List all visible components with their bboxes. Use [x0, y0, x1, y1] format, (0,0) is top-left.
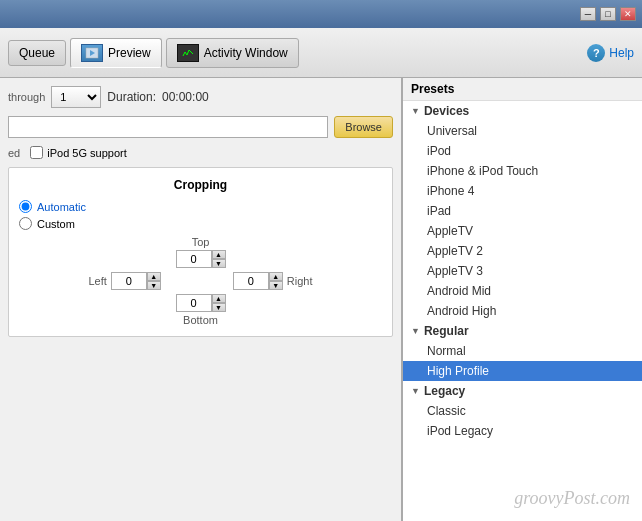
duration-value: 00:00:00	[162, 90, 209, 104]
section-regular-label: Regular	[424, 324, 469, 338]
ipod-support-label: iPod 5G support	[47, 147, 127, 159]
right-up-arrow[interactable]: ▲	[269, 272, 283, 281]
bottom-input[interactable]	[176, 294, 212, 312]
main-layout: through 1 Duration: 00:00:00 Browse ed i…	[0, 78, 642, 521]
custom-radio-row: Custom	[19, 217, 382, 230]
preview-icon	[81, 44, 103, 62]
maximize-button[interactable]: □	[600, 7, 616, 21]
preset-normal[interactable]: Normal	[403, 341, 642, 361]
bottom-arrows: ▲ ▼	[212, 294, 226, 312]
left-up-arrow[interactable]: ▲	[147, 272, 161, 281]
preset-appletv2[interactable]: AppleTV 2	[403, 241, 642, 261]
section-devices[interactable]: ▼ Devices	[403, 101, 642, 121]
right-down-arrow[interactable]: ▼	[269, 281, 283, 290]
top-input[interactable]	[176, 250, 212, 268]
cropping-title: Cropping	[19, 178, 382, 192]
top-row: Top ▲ ▼	[176, 236, 226, 268]
file-input[interactable]	[8, 116, 328, 138]
left-input[interactable]	[111, 272, 147, 290]
section-legacy-label: Legacy	[424, 384, 465, 398]
preset-ipod[interactable]: iPod	[403, 141, 642, 161]
through-label: through	[8, 91, 45, 103]
left-panel: through 1 Duration: 00:00:00 Browse ed i…	[0, 78, 402, 521]
bottom-down-arrow[interactable]: ▼	[212, 303, 226, 312]
automatic-radio[interactable]	[19, 200, 32, 213]
right-arrows: ▲ ▼	[269, 272, 283, 290]
automatic-radio-row: Automatic	[19, 200, 382, 213]
tab-activity-label: Activity Window	[204, 46, 288, 60]
preset-iphone4[interactable]: iPhone 4	[403, 181, 642, 201]
preset-appletv3[interactable]: AppleTV 3	[403, 261, 642, 281]
bottom-row: ▲ ▼ Bottom	[176, 294, 226, 326]
left-down-arrow[interactable]: ▼	[147, 281, 161, 290]
top-down-arrow[interactable]: ▼	[212, 259, 226, 268]
preset-high-profile[interactable]: High Profile	[403, 361, 642, 381]
preset-android-mid[interactable]: Android Mid	[403, 281, 642, 301]
preset-ipod-legacy[interactable]: iPod Legacy	[403, 421, 642, 441]
top-arrows: ▲ ▼	[212, 250, 226, 268]
left-label: Left	[88, 275, 106, 287]
file-row: Browse	[8, 116, 393, 138]
preset-appletv[interactable]: AppleTV	[403, 221, 642, 241]
section-devices-label: Devices	[424, 104, 469, 118]
preset-iphone-ipod-touch[interactable]: iPhone & iPod Touch	[403, 161, 642, 181]
tab-queue-label: Queue	[19, 46, 55, 60]
custom-label: Custom	[37, 218, 75, 230]
section-regular[interactable]: ▼ Regular	[403, 321, 642, 341]
duration-label: Duration:	[107, 90, 156, 104]
section-legacy[interactable]: ▼ Legacy	[403, 381, 642, 401]
browse-button[interactable]: Browse	[334, 116, 393, 138]
ipod-support-option[interactable]: iPod 5G support	[30, 146, 127, 159]
preset-universal[interactable]: Universal	[403, 121, 642, 141]
crop-layout: Top ▲ ▼ Left	[19, 236, 382, 326]
top-spinbox: ▲ ▼	[176, 250, 226, 268]
right-spinbox: ▲ ▼	[233, 272, 283, 290]
preset-android-high[interactable]: Android High	[403, 301, 642, 321]
close-button[interactable]: ✕	[620, 7, 636, 21]
preset-ipad[interactable]: iPad	[403, 201, 642, 221]
cropping-box: Cropping Automatic Custom Top	[8, 167, 393, 337]
legacy-collapse-icon: ▼	[411, 386, 420, 396]
right-input[interactable]	[233, 272, 269, 290]
middle-row: Left ▲ ▼	[88, 272, 312, 290]
tab-preview-label: Preview	[108, 46, 151, 60]
title-bar: ─ □ ✕	[0, 0, 642, 28]
activity-icon	[177, 44, 199, 62]
minimize-button[interactable]: ─	[580, 7, 596, 21]
presets-header: Presets	[403, 78, 642, 101]
tab-queue[interactable]: Queue	[8, 40, 66, 66]
left-arrows: ▲ ▼	[147, 272, 161, 290]
presets-panel: Presets ▼ Devices Universal iPod iPhone …	[402, 78, 642, 521]
preset-classic[interactable]: Classic	[403, 401, 642, 421]
help-button[interactable]: ? Help	[587, 44, 634, 62]
tab-preview[interactable]: Preview	[70, 38, 162, 68]
help-icon: ?	[587, 44, 605, 62]
devices-collapse-icon: ▼	[411, 106, 420, 116]
controls-row: through 1 Duration: 00:00:00	[8, 86, 393, 108]
bottom-spinbox: ▲ ▼	[176, 294, 226, 312]
help-label: Help	[609, 46, 634, 60]
optimized-text: ed	[8, 147, 20, 159]
custom-radio[interactable]	[19, 217, 32, 230]
options-row: ed iPod 5G support	[8, 146, 393, 159]
through-select[interactable]: 1	[51, 86, 101, 108]
ipod-support-checkbox[interactable]	[30, 146, 43, 159]
right-label: Right	[287, 275, 313, 287]
window-controls[interactable]: ─ □ ✕	[580, 7, 636, 21]
presets-list: ▼ Devices Universal iPod iPhone & iPod T…	[403, 101, 642, 441]
top-label: Top	[192, 236, 210, 248]
automatic-label: Automatic	[37, 201, 86, 213]
tab-activity[interactable]: Activity Window	[166, 38, 299, 68]
regular-collapse-icon: ▼	[411, 326, 420, 336]
left-spinbox: ▲ ▼	[111, 272, 161, 290]
top-up-arrow[interactable]: ▲	[212, 250, 226, 259]
bottom-up-arrow[interactable]: ▲	[212, 294, 226, 303]
bottom-label: Bottom	[183, 314, 218, 326]
toolbar: Queue Preview Activity Window ? Help	[0, 28, 642, 78]
